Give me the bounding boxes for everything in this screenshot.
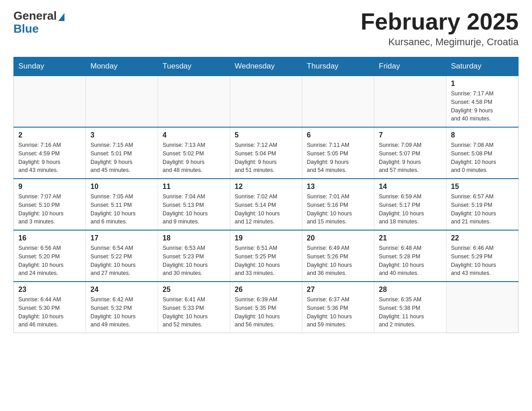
calendar-cell: 6Sunrise: 7:11 AM Sunset: 5:05 PM Daylig… bbox=[302, 127, 374, 179]
day-info: Sunrise: 6:57 AM Sunset: 5:19 PM Dayligh… bbox=[451, 193, 514, 226]
day-number: 22 bbox=[451, 234, 514, 242]
day-number: 2 bbox=[18, 131, 81, 139]
day-info: Sunrise: 6:41 AM Sunset: 5:33 PM Dayligh… bbox=[163, 295, 225, 329]
calendar-cell: 4Sunrise: 7:13 AM Sunset: 5:02 PM Daylig… bbox=[158, 127, 230, 179]
day-info: Sunrise: 6:39 AM Sunset: 5:35 PM Dayligh… bbox=[235, 295, 297, 329]
calendar-cell: 23Sunrise: 6:44 AM Sunset: 5:30 PM Dayli… bbox=[14, 282, 86, 333]
day-number: 25 bbox=[163, 286, 225, 294]
day-number: 24 bbox=[90, 286, 153, 294]
logo: General Blue bbox=[13, 9, 64, 36]
calendar-cell bbox=[446, 282, 519, 333]
day-number: 11 bbox=[163, 183, 225, 191]
day-info: Sunrise: 6:42 AM Sunset: 5:32 PM Dayligh… bbox=[90, 295, 153, 329]
calendar-cell: 8Sunrise: 7:08 AM Sunset: 5:08 PM Daylig… bbox=[446, 127, 519, 179]
day-number: 1 bbox=[451, 80, 514, 88]
calendar-cell: 21Sunrise: 6:48 AM Sunset: 5:28 PM Dayli… bbox=[374, 230, 446, 282]
day-number: 28 bbox=[379, 286, 442, 294]
calendar-cell: 11Sunrise: 7:04 AM Sunset: 5:13 PM Dayli… bbox=[158, 179, 230, 230]
calendar-week-row: 16Sunrise: 6:56 AM Sunset: 5:20 PM Dayli… bbox=[14, 230, 519, 282]
calendar-cell: 5Sunrise: 7:12 AM Sunset: 5:04 PM Daylig… bbox=[230, 127, 302, 179]
calendar-cell: 1Sunrise: 7:17 AM Sunset: 4:58 PM Daylig… bbox=[446, 76, 519, 127]
month-year-title: February 2025 bbox=[360, 9, 519, 34]
calendar-cell: 22Sunrise: 6:46 AM Sunset: 5:29 PM Dayli… bbox=[446, 230, 519, 282]
day-number: 17 bbox=[90, 234, 153, 242]
calendar-week-row: 2Sunrise: 7:16 AM Sunset: 4:59 PM Daylig… bbox=[14, 127, 519, 179]
day-info: Sunrise: 7:15 AM Sunset: 5:01 PM Dayligh… bbox=[90, 141, 153, 175]
day-info: Sunrise: 7:01 AM Sunset: 5:16 PM Dayligh… bbox=[307, 193, 369, 226]
calendar-cell: 28Sunrise: 6:35 AM Sunset: 5:38 PM Dayli… bbox=[374, 282, 446, 333]
day-number: 20 bbox=[307, 234, 369, 242]
day-info: Sunrise: 6:53 AM Sunset: 5:23 PM Dayligh… bbox=[163, 244, 225, 278]
calendar-cell bbox=[14, 76, 86, 127]
day-info: Sunrise: 7:04 AM Sunset: 5:13 PM Dayligh… bbox=[163, 193, 225, 226]
calendar-cell: 14Sunrise: 6:59 AM Sunset: 5:17 PM Dayli… bbox=[374, 179, 446, 230]
calendar-cell: 24Sunrise: 6:42 AM Sunset: 5:32 PM Dayli… bbox=[86, 282, 158, 333]
day-number: 5 bbox=[235, 131, 297, 139]
day-info: Sunrise: 7:05 AM Sunset: 5:11 PM Dayligh… bbox=[90, 193, 153, 226]
day-info: Sunrise: 7:08 AM Sunset: 5:08 PM Dayligh… bbox=[451, 141, 514, 175]
day-info: Sunrise: 6:37 AM Sunset: 5:36 PM Dayligh… bbox=[307, 295, 369, 329]
weekday-header-friday: Friday bbox=[374, 57, 446, 76]
day-number: 15 bbox=[451, 183, 514, 191]
calendar-cell: 26Sunrise: 6:39 AM Sunset: 5:35 PM Dayli… bbox=[230, 282, 302, 333]
day-info: Sunrise: 6:54 AM Sunset: 5:22 PM Dayligh… bbox=[90, 244, 153, 278]
calendar-week-row: 23Sunrise: 6:44 AM Sunset: 5:30 PM Dayli… bbox=[14, 282, 519, 333]
calendar-table: SundayMondayTuesdayWednesdayThursdayFrid… bbox=[13, 57, 519, 333]
day-info: Sunrise: 7:17 AM Sunset: 4:58 PM Dayligh… bbox=[451, 90, 514, 123]
calendar-cell: 27Sunrise: 6:37 AM Sunset: 5:36 PM Dayli… bbox=[302, 282, 374, 333]
calendar-cell: 7Sunrise: 7:09 AM Sunset: 5:07 PM Daylig… bbox=[374, 127, 446, 179]
calendar-cell: 20Sunrise: 6:49 AM Sunset: 5:26 PM Dayli… bbox=[302, 230, 374, 282]
weekday-header-sunday: Sunday bbox=[14, 57, 86, 76]
day-info: Sunrise: 7:12 AM Sunset: 5:04 PM Dayligh… bbox=[235, 141, 297, 175]
logo-triangle-icon bbox=[58, 13, 64, 21]
page-header: General Blue February 2025 Kursanec, Meg… bbox=[13, 9, 519, 48]
calendar-cell: 16Sunrise: 6:56 AM Sunset: 5:20 PM Dayli… bbox=[14, 230, 86, 282]
calendar-cell: 15Sunrise: 6:57 AM Sunset: 5:19 PM Dayli… bbox=[446, 179, 519, 230]
calendar-cell: 18Sunrise: 6:53 AM Sunset: 5:23 PM Dayli… bbox=[158, 230, 230, 282]
day-number: 7 bbox=[379, 131, 442, 139]
day-info: Sunrise: 7:02 AM Sunset: 5:14 PM Dayligh… bbox=[235, 193, 297, 226]
day-number: 3 bbox=[90, 131, 153, 139]
day-number: 9 bbox=[18, 183, 81, 191]
calendar-cell: 3Sunrise: 7:15 AM Sunset: 5:01 PM Daylig… bbox=[86, 127, 158, 179]
day-info: Sunrise: 7:13 AM Sunset: 5:02 PM Dayligh… bbox=[163, 141, 225, 175]
calendar-cell: 25Sunrise: 6:41 AM Sunset: 5:33 PM Dayli… bbox=[158, 282, 230, 333]
calendar-cell bbox=[374, 76, 446, 127]
day-number: 26 bbox=[235, 286, 297, 294]
calendar-cell bbox=[302, 76, 374, 127]
day-info: Sunrise: 6:59 AM Sunset: 5:17 PM Dayligh… bbox=[379, 193, 442, 226]
day-number: 4 bbox=[163, 131, 225, 139]
weekday-header-row: SundayMondayTuesdayWednesdayThursdayFrid… bbox=[14, 57, 519, 76]
calendar-cell: 19Sunrise: 6:51 AM Sunset: 5:25 PM Dayli… bbox=[230, 230, 302, 282]
title-block: February 2025 Kursanec, Megimurje, Croat… bbox=[360, 9, 519, 48]
day-number: 12 bbox=[235, 183, 297, 191]
calendar-cell bbox=[86, 76, 158, 127]
logo-general-text: General bbox=[13, 9, 57, 23]
calendar-cell: 2Sunrise: 7:16 AM Sunset: 4:59 PM Daylig… bbox=[14, 127, 86, 179]
day-info: Sunrise: 7:16 AM Sunset: 4:59 PM Dayligh… bbox=[18, 141, 81, 175]
day-info: Sunrise: 7:07 AM Sunset: 5:10 PM Dayligh… bbox=[18, 193, 81, 226]
day-info: Sunrise: 6:35 AM Sunset: 5:38 PM Dayligh… bbox=[379, 295, 442, 329]
calendar-cell: 10Sunrise: 7:05 AM Sunset: 5:11 PM Dayli… bbox=[86, 179, 158, 230]
calendar-cell: 12Sunrise: 7:02 AM Sunset: 5:14 PM Dayli… bbox=[230, 179, 302, 230]
day-number: 18 bbox=[163, 234, 225, 242]
calendar-cell: 13Sunrise: 7:01 AM Sunset: 5:16 PM Dayli… bbox=[302, 179, 374, 230]
weekday-header-tuesday: Tuesday bbox=[158, 57, 230, 76]
day-number: 27 bbox=[307, 286, 369, 294]
day-number: 16 bbox=[18, 234, 81, 242]
day-number: 8 bbox=[451, 131, 514, 139]
location-subtitle: Kursanec, Megimurje, Croatia bbox=[360, 36, 519, 48]
weekday-header-wednesday: Wednesday bbox=[230, 57, 302, 76]
weekday-header-thursday: Thursday bbox=[302, 57, 374, 76]
day-number: 21 bbox=[379, 234, 442, 242]
day-info: Sunrise: 6:51 AM Sunset: 5:25 PM Dayligh… bbox=[235, 244, 297, 278]
day-number: 23 bbox=[18, 286, 81, 294]
calendar-week-row: 1Sunrise: 7:17 AM Sunset: 4:58 PM Daylig… bbox=[14, 76, 519, 127]
weekday-header-saturday: Saturday bbox=[446, 57, 519, 76]
day-number: 13 bbox=[307, 183, 369, 191]
day-info: Sunrise: 6:44 AM Sunset: 5:30 PM Dayligh… bbox=[18, 295, 81, 329]
day-info: Sunrise: 6:56 AM Sunset: 5:20 PM Dayligh… bbox=[18, 244, 81, 278]
day-number: 6 bbox=[307, 131, 369, 139]
day-info: Sunrise: 7:11 AM Sunset: 5:05 PM Dayligh… bbox=[307, 141, 369, 175]
day-info: Sunrise: 6:49 AM Sunset: 5:26 PM Dayligh… bbox=[307, 244, 369, 278]
